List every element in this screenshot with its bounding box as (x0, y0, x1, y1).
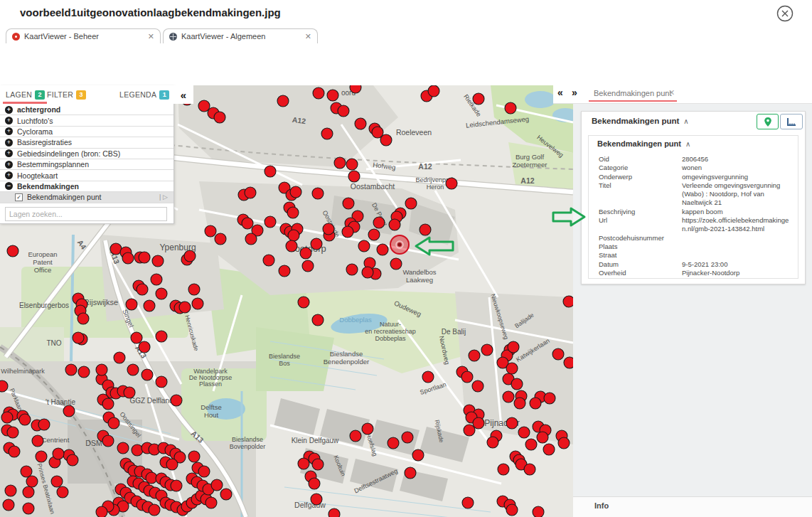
bekendmaking-dot[interactable] (215, 233, 226, 245)
layer-item[interactable]: −Bekendmakingen (0, 181, 173, 192)
bekendmaking-dot[interactable] (139, 252, 150, 263)
bekendmaking-dot[interactable] (346, 264, 358, 275)
bekendmaking-dot[interactable] (192, 298, 203, 309)
bekendmaking-dot[interactable] (506, 417, 518, 429)
bekendmaking-dot[interactable] (487, 437, 498, 448)
bekendmaking-dot[interactable] (198, 466, 210, 477)
bekendmaking-dot[interactable] (102, 435, 114, 447)
bekendmaking-dot[interactable] (286, 240, 297, 252)
bekendmaking-dot[interactable] (214, 112, 225, 123)
bekendmaking-dot[interactable] (1, 412, 13, 423)
bekendmaking-dot[interactable] (358, 240, 370, 252)
expand-icon[interactable]: + (5, 127, 13, 135)
bekendmaking-dot[interactable] (114, 352, 125, 363)
bekendmaking-dot[interactable] (323, 223, 334, 235)
bekendmaking-dot[interactable] (313, 87, 324, 99)
bekendmaking-dot[interactable] (57, 486, 68, 498)
bekendmaking-dot[interactable] (21, 466, 32, 477)
bekendmaking-dot[interactable] (388, 437, 399, 449)
layer-item[interactable]: +Hoogtekaart (0, 170, 173, 181)
bekendmaking-dot[interactable] (171, 395, 182, 406)
bekendmaking-dot[interactable] (124, 387, 135, 398)
bekendmaking-dot[interactable] (290, 186, 301, 198)
bekendmaking-dot[interactable] (144, 300, 155, 311)
expand-icon[interactable]: + (5, 139, 13, 146)
bekendmaking-dot[interactable] (137, 284, 148, 295)
bekendmaking-dot[interactable] (312, 188, 324, 199)
layer-sub-item[interactable]: ✓Bekendmakingen punt❘▷ (0, 192, 173, 203)
bekendmaking-dot[interactable] (524, 464, 535, 475)
layer-item[interactable]: +achtergrond (0, 105, 173, 115)
bekendmaking-dot[interactable] (518, 427, 530, 438)
bekendmaking-dot[interactable] (342, 226, 353, 238)
bekendmaking-dot[interactable] (311, 494, 322, 505)
bekendmaking-dot[interactable] (288, 230, 299, 241)
bekendmaking-dot[interactable] (242, 218, 253, 229)
expand-icon[interactable]: + (5, 117, 13, 124)
feature-card-title[interactable]: Bekendmakingen punt∧ (592, 117, 689, 125)
zoom-to-feature-button[interactable] (757, 114, 779, 129)
bekendmaking-dot[interactable] (346, 159, 358, 170)
bekendmaking-dot[interactable] (287, 207, 299, 218)
bekendmaking-dot[interactable] (481, 344, 493, 356)
bekendmaking-dot[interactable] (279, 265, 290, 277)
bekendmaking-dot[interactable] (96, 506, 107, 517)
bekendmaking-dot[interactable] (298, 458, 309, 469)
bekendmaking-dot[interactable] (530, 398, 541, 409)
layer-options-icon[interactable]: ❘▷ (158, 193, 168, 201)
bekendmaking-dot[interactable] (96, 364, 107, 375)
bekendmaking-dot[interactable] (220, 489, 232, 500)
bekendmaking-dot[interactable] (38, 419, 50, 430)
bekendmaking-dot[interactable] (198, 100, 210, 112)
bekendmaking-dot[interactable] (558, 437, 570, 449)
bekendmaking-dot[interactable] (461, 371, 473, 383)
bekendmaking-dot[interactable] (525, 439, 537, 450)
bekendmaking-dot[interactable] (65, 364, 77, 375)
panel-tab-bekendmakingen[interactable]: Bekendmakingen punt (594, 89, 671, 97)
layer-item[interactable]: +Bestemmingsplannen (0, 159, 173, 170)
bekendmaking-dot[interactable] (311, 238, 322, 250)
close-icon[interactable] (776, 5, 794, 22)
bekendmaking-dot[interactable] (23, 503, 34, 514)
panel-collapse-icon[interactable]: « (557, 87, 563, 98)
bekendmaking-dot[interactable] (205, 225, 216, 237)
bekendmaking-dot[interactable] (211, 479, 223, 491)
bekendmaking-dot[interactable] (405, 198, 417, 209)
bekendmaking-dot[interactable] (533, 506, 544, 517)
bekendmaking-dot[interactable] (412, 449, 424, 461)
bekendmaking-dot[interactable] (362, 267, 373, 278)
bekendmaking-dot[interactable] (564, 357, 573, 368)
bekendmaking-dot[interactable] (126, 299, 137, 310)
bekendmaking-dot[interactable] (53, 448, 64, 459)
bekendmaking-dot[interactable] (171, 480, 182, 491)
bekendmaking-dot[interactable] (265, 166, 276, 177)
bekendmaking-dot[interactable] (117, 442, 129, 454)
tab-filter[interactable]: FILTER3 (47, 90, 86, 100)
bekendmaking-dot[interactable] (312, 314, 324, 326)
bekendmaking-dot[interactable] (300, 247, 311, 259)
bekendmaking-dot[interactable] (377, 244, 388, 255)
bekendmaking-dot[interactable] (368, 229, 380, 240)
tab-lagen[interactable]: LAGEN2 (6, 90, 45, 100)
bekendmaking-dot[interactable] (152, 255, 164, 267)
bekendmaking-dot[interactable] (327, 90, 338, 101)
bekendmaking-dot[interactable] (63, 405, 75, 417)
bekendmaking-dot[interactable] (265, 216, 276, 228)
bekendmaking-dot[interactable] (348, 171, 360, 182)
bekendmaking-dot[interactable] (514, 398, 525, 409)
bekendmaking-dot[interactable] (469, 350, 480, 361)
bekendmaking-dot[interactable] (19, 414, 31, 425)
sidebar-collapse-button[interactable]: « (173, 85, 193, 104)
attribute-card-title[interactable]: Bekendmakingen punt∧ (597, 139, 690, 148)
layer-search-input[interactable] (5, 207, 167, 221)
bekendmaking-dot[interactable] (355, 118, 366, 129)
bekendmaking-dot[interactable] (32, 435, 43, 447)
bekendmaking-dot[interactable] (328, 508, 340, 517)
bekendmaking-dot[interactable] (373, 217, 385, 228)
bekendmaking-dot[interactable] (302, 260, 314, 272)
bekendmaking-dot[interactable] (245, 187, 256, 198)
layer-item[interactable]: +Basisregistraties (0, 137, 173, 148)
bekendmaking-dot[interactable] (67, 454, 78, 466)
panel-tab-close-icon[interactable]: ✕ (668, 88, 675, 97)
bekendmaking-dot[interactable] (108, 417, 119, 429)
